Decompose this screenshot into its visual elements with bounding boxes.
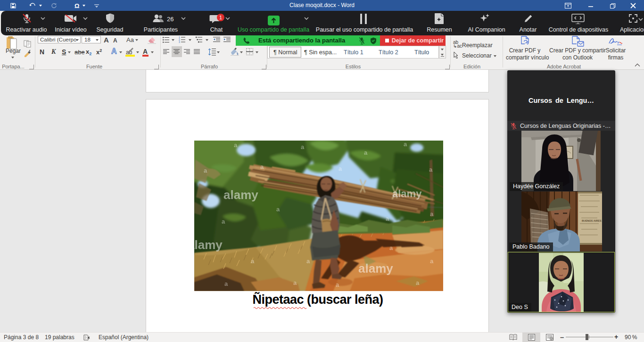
svg-text:alamy: alamy	[392, 188, 422, 200]
svg-text:a: a	[416, 279, 420, 286]
svg-text:a: a	[364, 149, 368, 156]
svg-text:a: a	[430, 258, 434, 265]
svg-text:a: a	[234, 142, 238, 149]
svg-text:BUENOS AIRES: BUENOS AIRES	[582, 219, 602, 222]
svg-text:a: a	[429, 166, 433, 173]
svg-text:a: a	[222, 218, 225, 225]
svg-text:alamy: alamy	[358, 261, 393, 275]
svg-text:3: 3	[179, 41, 180, 43]
svg-text:a: a	[389, 244, 393, 251]
svg-text:a: a	[430, 210, 434, 217]
svg-text:a: a	[306, 258, 310, 265]
svg-text:a: a	[224, 280, 228, 287]
svg-text:a: a	[339, 165, 342, 172]
svg-text:a: a	[260, 163, 264, 170]
svg-text:a: a	[251, 258, 255, 265]
svg-text:a: a	[293, 279, 297, 286]
svg-text:a: a	[276, 206, 280, 213]
svg-text:a: a	[204, 167, 207, 174]
svg-text:alamy: alamy	[194, 238, 223, 252]
svg-text:a: a	[336, 281, 339, 288]
svg-text:a: a	[404, 141, 407, 148]
svg-text:a: a	[386, 215, 389, 222]
svg-text:alamy: alamy	[223, 188, 258, 202]
svg-text:a: a	[301, 143, 305, 150]
